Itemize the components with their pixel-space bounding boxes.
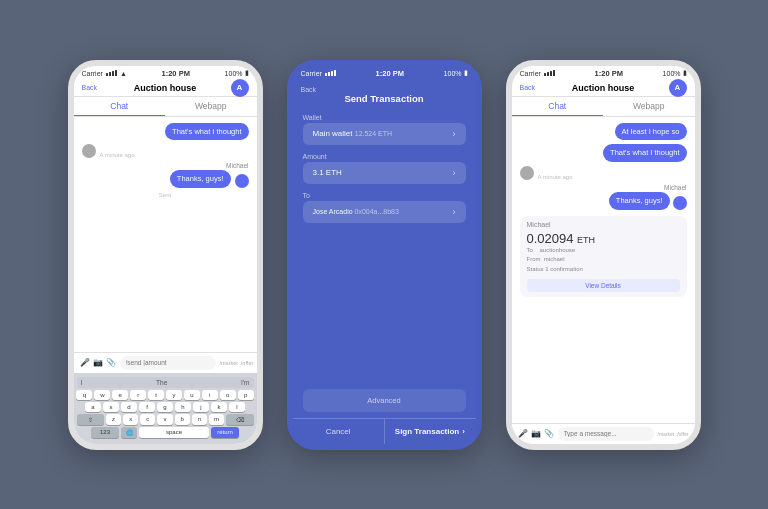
back-btn-middle[interactable]: Back (301, 86, 468, 93)
key-k[interactable]: k (211, 402, 227, 412)
chat-input-left[interactable] (120, 356, 216, 370)
amount-field-group: Amount 3.1 ETH › (303, 153, 466, 184)
key-w[interactable]: w (94, 390, 110, 400)
list-item: Michael Thanks, guys! (170, 162, 249, 188)
input-bar-right: 🎤 📷 📎 /market /offer /requ (512, 423, 695, 444)
chat-area-right: At least I hope so That's what I thought… (512, 117, 695, 423)
avatar-left: A (231, 79, 249, 97)
key-r[interactable]: r (130, 390, 146, 400)
chat-input-right[interactable] (558, 427, 654, 441)
back-btn-right[interactable]: Back (520, 84, 536, 91)
carrier-middle: Carrier (301, 70, 322, 77)
battery-left: 100% (225, 70, 243, 77)
key-q[interactable]: q (76, 390, 92, 400)
send-button-left[interactable]: › (257, 356, 260, 370)
amount-text: 3.1 ETH (313, 168, 342, 177)
key-numbers[interactable]: 123 (91, 427, 119, 438)
advanced-btn[interactable]: Advanced (303, 389, 466, 412)
battery-icon-left: ▮ (245, 69, 249, 77)
cancel-button[interactable]: Cancel (293, 419, 384, 444)
tab-webapp-right[interactable]: Webapp (603, 97, 695, 116)
key-s[interactable]: s (103, 402, 119, 412)
msg-meta: A minute ago (538, 174, 573, 180)
key-o[interactable]: o (220, 390, 236, 400)
key-d[interactable]: d (121, 402, 137, 412)
nav-title-left: Auction house (134, 83, 197, 93)
tab-chat-right[interactable]: Chat (512, 97, 604, 116)
camera-icon-right[interactable]: 📷 (531, 429, 541, 438)
tab-webapp-left[interactable]: Webapp (165, 97, 257, 116)
sign-transaction-button[interactable]: Sign Transaction › (384, 419, 475, 444)
send-tx-header: Back Send Transaction (293, 80, 476, 108)
view-details-button[interactable]: View Details (527, 279, 680, 292)
wallet-value[interactable]: Main wallet 12.524 ETH › (303, 123, 466, 145)
to-text: Jose Arcadio 0x004a...8b83 (313, 208, 399, 215)
attach-icon-right[interactable]: 📎 (544, 429, 554, 438)
chevron-right-icon: › (453, 129, 456, 139)
keyboard-row-4: 123 🌐 space return (77, 427, 254, 438)
key-p[interactable]: p (238, 390, 254, 400)
keyboard-left: I The I'm q w e r t y u i o p a s d f g … (74, 373, 257, 444)
key-n[interactable]: n (192, 414, 207, 425)
tx-card-sender: Michael (527, 221, 680, 228)
mic-icon[interactable]: 🎤 (80, 358, 90, 367)
market-tag[interactable]: /market (220, 360, 238, 366)
key-v[interactable]: v (157, 414, 172, 425)
market-tag-right[interactable]: /market (658, 431, 675, 437)
key-y[interactable]: y (166, 390, 182, 400)
to-value[interactable]: Jose Arcadio 0x004a...8b83 › (303, 201, 466, 223)
key-z[interactable]: z (106, 414, 121, 425)
key-j[interactable]: j (193, 402, 209, 412)
key-f[interactable]: f (139, 402, 155, 412)
key-u[interactable]: u (184, 390, 200, 400)
phone-right: Carrier 1:20 PM 100% ▮ Back Auction hous… (506, 60, 701, 450)
list-item: A minute ago (82, 144, 249, 158)
key-b[interactable]: b (175, 414, 190, 425)
key-t[interactable]: t (148, 390, 164, 400)
mic-icon-right[interactable]: 🎤 (518, 429, 528, 438)
bubble-outgoing: That's what I thought (603, 144, 686, 162)
key-i[interactable]: i (202, 390, 218, 400)
key-h[interactable]: h (175, 402, 191, 412)
key-c[interactable]: c (140, 414, 155, 425)
offer-tag[interactable]: /offer (241, 360, 253, 366)
msg-meta: A minute ago (100, 152, 135, 158)
offer-tag-right[interactable]: /offer (677, 431, 688, 437)
list-item: That's what I thought (82, 123, 249, 141)
tab-chat-left[interactable]: Chat (74, 97, 166, 116)
tx-card-amount: 0.02094 ETH (527, 231, 680, 246)
send-tx-title: Send Transaction (301, 93, 468, 104)
key-space[interactable]: space (139, 427, 209, 438)
chevron-right-icon-sign: › (462, 427, 465, 436)
camera-icon[interactable]: 📷 (93, 358, 103, 367)
tx-card: Michael 0.02094 ETH To auctionhouse From… (520, 216, 687, 297)
key-a[interactable]: a (85, 402, 101, 412)
signal-left (106, 70, 117, 76)
key-return[interactable]: return (211, 427, 239, 438)
key-m[interactable]: m (209, 414, 224, 425)
amount-value[interactable]: 3.1 ETH › (303, 162, 466, 184)
key-emoji[interactable]: 🌐 (121, 427, 137, 438)
key-shift[interactable]: ⇧ (77, 414, 104, 425)
battery-right: 100% (663, 70, 681, 77)
key-x[interactable]: x (123, 414, 138, 425)
key-e[interactable]: e (112, 390, 128, 400)
tx-card-details: To auctionhouse From michael Status 1 co… (527, 246, 680, 275)
attach-icon[interactable]: 📎 (106, 358, 116, 367)
list-item: At least I hope so (520, 123, 687, 141)
msg-sender: Michael (609, 184, 687, 191)
key-delete[interactable]: ⌫ (226, 414, 253, 425)
bubble-outgoing: That's what I thought (165, 123, 248, 141)
time-right: 1:20 PM (595, 69, 623, 78)
nav-bar-left: Back Auction house A (74, 80, 257, 97)
key-l[interactable]: l (229, 402, 245, 412)
key-g[interactable]: g (157, 402, 173, 412)
requ-tag-right[interactable]: /requ (691, 431, 700, 437)
back-btn-left[interactable]: Back (82, 84, 98, 91)
list-item: Michael Thanks, guys! (609, 184, 687, 210)
msg-send-status: Sent (82, 192, 249, 198)
to-label: To (303, 192, 466, 199)
phone-left: Carrier ▲ 1:20 PM 100% ▮ Back Auction ho… (68, 60, 263, 450)
avatar (235, 174, 249, 188)
wallet-text: Main wallet 12.524 ETH (313, 129, 393, 138)
